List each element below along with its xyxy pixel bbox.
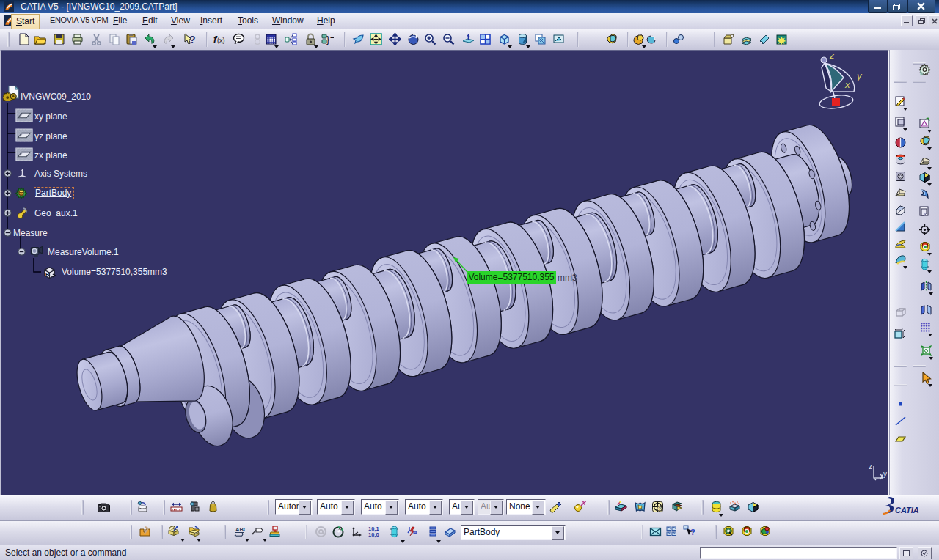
svg-text:CATIA: CATIA [895,506,919,515]
svg-text:y: y [856,70,863,81]
svg-text:?: ? [189,34,196,45]
svg-text:y: y [883,470,887,478]
svg-text:?: ? [658,506,661,512]
svg-text:ABC: ABC [235,526,246,533]
svg-text:(x): (x) [217,37,225,44]
svg-text:z: z [869,463,872,471]
svg-text:=: = [330,35,334,43]
svg-text:z: z [829,50,835,61]
svg-text:B: B [45,271,50,278]
svg-text:10,0: 10,0 [368,531,379,538]
svg-text:?: ? [690,528,695,537]
svg-text:x: x [844,79,850,90]
